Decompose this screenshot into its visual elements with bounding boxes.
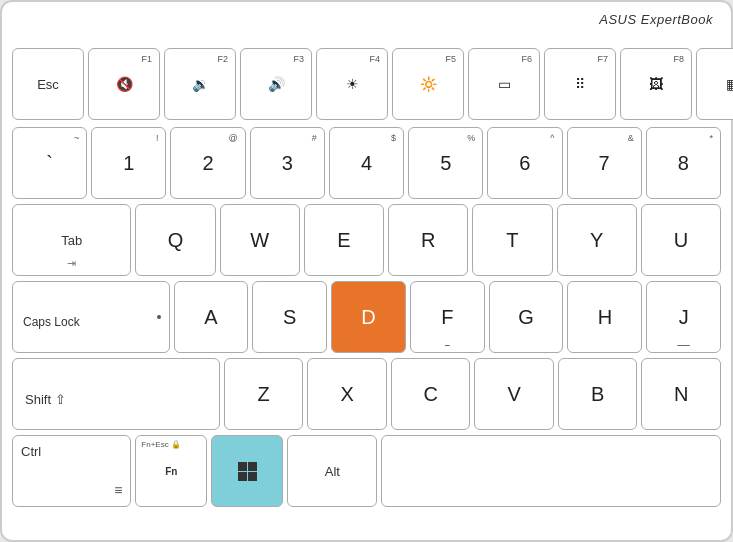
key-n[interactable]: N [641, 358, 721, 430]
key-t[interactable]: T [472, 204, 552, 276]
5-main: 5 [440, 153, 451, 173]
x-main: X [340, 384, 353, 404]
keyboard-container: ASUS ExpertBook Esc F1 🔇 F2 🔉 F3 🔊 F4 ☀ [0, 0, 733, 542]
key-h[interactable]: H [567, 281, 642, 353]
t-main: T [506, 230, 518, 250]
tab-label: Tab [61, 233, 82, 248]
2-top: @ [229, 134, 238, 143]
svg-rect-1 [248, 462, 257, 471]
svg-rect-3 [248, 472, 257, 481]
key-windows[interactable] [211, 435, 283, 507]
key-f[interactable]: F _ [410, 281, 485, 353]
g-main: G [518, 307, 534, 327]
r-main: R [421, 230, 435, 250]
key-b[interactable]: B [558, 358, 638, 430]
f1-top: F1 [141, 55, 152, 64]
e-main: E [337, 230, 350, 250]
row-asdf: Caps Lock A S D F _ G H J [12, 281, 721, 353]
esc-label: Esc [37, 77, 59, 92]
key-7[interactable]: & 7 [567, 127, 642, 199]
key-f5[interactable]: F5 🔆 [392, 48, 464, 120]
c-main: C [423, 384, 437, 404]
f2-top: F2 [217, 55, 228, 64]
7-top: & [628, 134, 634, 143]
f3-icon: 🔊 [268, 76, 285, 92]
key-fn[interactable]: Fn+Esc 🔒 Fn [135, 435, 207, 507]
4-main: 4 [361, 153, 372, 173]
capslock-label: Caps Lock [23, 305, 80, 329]
key-ctrl[interactable]: Ctrl ≡ [12, 435, 131, 507]
key-f6[interactable]: F6 ▭ [468, 48, 540, 120]
fn-top-label: Fn+Esc 🔒 [141, 441, 181, 449]
key-f2[interactable]: F2 🔉 [164, 48, 236, 120]
2-main: 2 [202, 153, 213, 173]
1-main: 1 [123, 153, 134, 173]
key-esc[interactable]: Esc [12, 48, 84, 120]
key-a[interactable]: A [174, 281, 249, 353]
key-8[interactable]: * 8 [646, 127, 721, 199]
f-sub: _ [445, 338, 449, 346]
key-u[interactable]: U [641, 204, 721, 276]
brand-label: ASUS ExpertBook [599, 12, 713, 27]
key-f8[interactable]: F8 🖼 [620, 48, 692, 120]
3-main: 3 [282, 153, 293, 173]
u-main: U [674, 230, 688, 250]
j-sub: __ [678, 335, 690, 346]
key-f9[interactable]: F9 ▦ [696, 48, 733, 120]
ctrl-icon: ≡ [114, 482, 122, 498]
f8-icon: 🖼 [649, 76, 663, 92]
q-main: Q [168, 230, 184, 250]
f8-top: F8 [673, 55, 684, 64]
key-5[interactable]: % 5 [408, 127, 483, 199]
key-y[interactable]: Y [557, 204, 637, 276]
key-capslock[interactable]: Caps Lock [12, 281, 170, 353]
key-2[interactable]: @ 2 [170, 127, 245, 199]
key-f1[interactable]: F1 🔇 [88, 48, 160, 120]
f1-icon: 🔇 [116, 76, 133, 92]
key-tab[interactable]: Tab ⇥ [12, 204, 131, 276]
w-main: W [250, 230, 269, 250]
windows-icon [235, 459, 259, 483]
key-f4[interactable]: F4 ☀ [316, 48, 388, 120]
key-v[interactable]: V [474, 358, 554, 430]
key-shift[interactable]: Shift ⇧ [12, 358, 220, 430]
6-top: ^ [550, 134, 554, 143]
key-e[interactable]: E [304, 204, 384, 276]
key-c[interactable]: C [391, 358, 471, 430]
key-r[interactable]: R [388, 204, 468, 276]
key-g[interactable]: G [489, 281, 564, 353]
ctrl-label: Ctrl [21, 444, 41, 459]
7-main: 7 [599, 153, 610, 173]
key-3[interactable]: # 3 [250, 127, 325, 199]
f5-top: F5 [445, 55, 456, 64]
key-4[interactable]: $ 4 [329, 127, 404, 199]
f6-icon: ▭ [498, 76, 511, 92]
key-6[interactable]: ^ 6 [487, 127, 562, 199]
key-space[interactable] [381, 435, 721, 507]
8-main: 8 [678, 153, 689, 173]
f-main: F [441, 307, 453, 327]
tab-arrow: ⇥ [67, 258, 76, 269]
key-x[interactable]: X [307, 358, 387, 430]
f7-icon: ⠿ [575, 76, 585, 92]
row-bottom: Ctrl ≡ Fn+Esc 🔒 Fn Alt [12, 435, 721, 507]
key-1[interactable]: ! 1 [91, 127, 166, 199]
f5-icon: 🔆 [420, 76, 437, 92]
key-alt[interactable]: Alt [287, 435, 377, 507]
key-z[interactable]: Z [224, 358, 304, 430]
y-main: Y [590, 230, 603, 250]
row-qwerty: Tab ⇥ Q W E R T Y U [12, 204, 721, 276]
f4-top: F4 [369, 55, 380, 64]
s-main: S [283, 307, 296, 327]
key-f3[interactable]: F3 🔊 [240, 48, 312, 120]
capslock-dot [157, 315, 161, 319]
key-tilde[interactable]: ~ ` [12, 127, 87, 199]
f2-icon: 🔉 [192, 76, 209, 92]
key-d[interactable]: D [331, 281, 406, 353]
key-w[interactable]: W [220, 204, 300, 276]
key-q[interactable]: Q [135, 204, 215, 276]
a-main: A [204, 307, 217, 327]
key-j[interactable]: J __ [646, 281, 721, 353]
key-s[interactable]: S [252, 281, 327, 353]
key-f7[interactable]: F7 ⠿ [544, 48, 616, 120]
